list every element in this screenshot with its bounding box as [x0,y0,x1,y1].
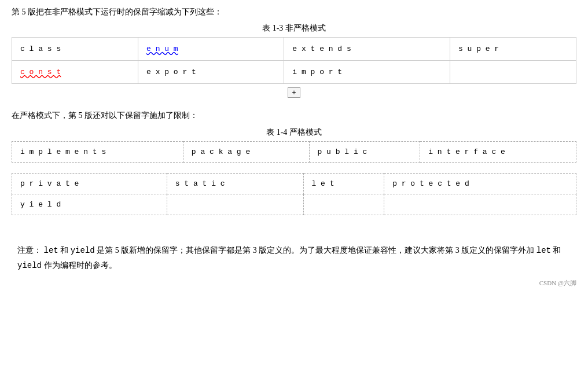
section2-intro-text: 在严格模式下，第 5 版还对以下保留字施加了限制： [12,109,576,122]
cell-import: i m p o r t [284,61,450,84]
cell-empty1 [450,61,576,84]
note-text: 注意： let 和 yield 是第 5 版新增的保留字；其他保留字都是第 3 … [17,243,576,273]
cell-export: e x p o r t [138,61,284,84]
cell-class: c l a s s [12,38,138,61]
table1-title: 表 1-3 非严格模式 [12,23,576,34]
cell-empty2 [167,194,303,215]
cell-let: l e t [303,173,384,194]
table-row: y i e l d [12,194,576,215]
add-button[interactable]: + [288,87,300,98]
cell-enum: e n u m [138,38,284,61]
cell-const: c o n s t [12,61,138,84]
section1-intro: 第 5 版把在非严格模式下运行时的保留字缩减为下列这些： 表 1-3 非严格模式… [12,6,576,99]
table2-title: 表 1-4 严格模式 [12,127,576,138]
cell-package: p a c k a g e [183,141,309,162]
note-code-yield: yield [71,246,95,255]
note-code-let: let [44,246,58,255]
note-section: 注意： let 和 yield 是第 5 版新增的保留字；其他保留字都是第 3 … [12,243,576,273]
cell-static: s t a t i c [167,173,303,194]
table-row: i m p l e m e n t s p a c k a g e p u b … [12,141,576,162]
cell-empty4 [384,194,576,215]
strict-table-bottom: p r i v a t e s t a t i c l e t p r o t … [12,173,576,215]
note-code-yield2: yield [17,261,42,270]
strict-table-top: i m p l e m e n t s p a c k a g e p u b … [12,141,576,163]
nonstrict-table: c l a s s e n u m e x t e n d s s u p e … [12,37,576,84]
watermark: CSDN @六脚 [12,279,576,288]
section2: 在严格模式下，第 5 版还对以下保留字施加了限制： 表 1-4 严格模式 i m… [12,109,576,215]
cell-super: s u p e r [450,38,576,61]
cell-protected: p r o t e c t e d [384,173,576,194]
cell-extends: e x t e n d s [284,38,450,61]
cell-public: p u b l i c [309,141,420,162]
add-row: + [12,86,576,99]
note-code-let2: let [536,246,551,255]
cell-yield: y i e l d [12,194,167,215]
section1-intro-text: 第 5 版把在非严格模式下运行时的保留字缩减为下列这些： [12,6,576,19]
table-row: c o n s t e x p o r t i m p o r t [12,61,576,84]
table1-wrapper: c l a s s e n u m e x t e n d s s u p e … [12,37,576,99]
cell-interface: i n t e r f a c e [420,141,576,162]
table-row: p r i v a t e s t a t i c l e t p r o t … [12,173,576,194]
table-row: c l a s s e n u m e x t e n d s s u p e … [12,38,576,61]
cell-empty3 [303,194,384,215]
cell-implements: i m p l e m e n t s [12,141,183,162]
cell-private: p r i v a t e [12,173,167,194]
